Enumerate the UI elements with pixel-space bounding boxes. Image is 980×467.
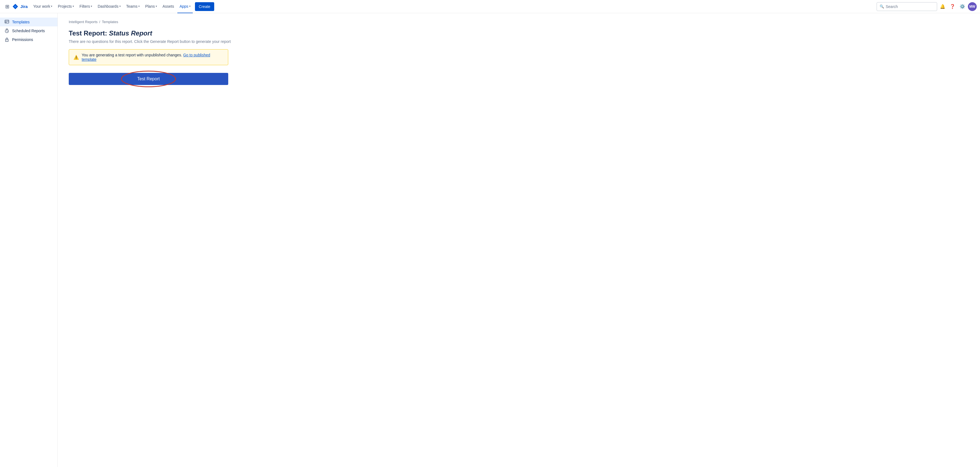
topnav-right-section: 🔍 Search 🔔 ❓ ⚙️ MW bbox=[877, 2, 977, 11]
sidebar-item-permissions[interactable]: Permissions bbox=[0, 35, 57, 44]
breadcrumb-separator: / bbox=[99, 20, 100, 24]
logo-text: Jira bbox=[20, 4, 28, 9]
notifications-button[interactable]: 🔔 bbox=[938, 2, 947, 11]
chevron-down-icon: ▾ bbox=[138, 5, 140, 8]
sidebar-label-permissions: Permissions bbox=[12, 37, 33, 42]
page-subtitle: There are no questions for this report. … bbox=[69, 39, 969, 44]
page-title: Test Report: Status Report bbox=[69, 29, 969, 37]
page-title-italic: Status Report bbox=[109, 29, 152, 37]
search-placeholder: Search bbox=[886, 5, 898, 9]
search-box[interactable]: 🔍 Search bbox=[877, 2, 937, 11]
warning-banner: ⚠️ You are generating a test report with… bbox=[69, 49, 228, 65]
scheduled-icon bbox=[5, 29, 10, 33]
page-title-prefix: Test Report: bbox=[69, 29, 109, 37]
chevron-down-icon: ▾ bbox=[156, 5, 157, 8]
nav-your-work[interactable]: Your work ▾ bbox=[31, 0, 55, 13]
jira-logo[interactable]: Jira bbox=[12, 3, 28, 10]
main-content: Intelligent Reports / Templates Test Rep… bbox=[58, 13, 980, 467]
svg-point-5 bbox=[6, 40, 7, 41]
sidebar: Templates Scheduled Reports Permission bbox=[0, 13, 58, 467]
nav-assets[interactable]: Assets bbox=[160, 0, 176, 13]
template-icon bbox=[5, 20, 10, 24]
chevron-down-icon: ▾ bbox=[91, 5, 92, 8]
test-report-button-wrapper: Test Report bbox=[69, 73, 228, 85]
chevron-down-icon: ▾ bbox=[119, 5, 121, 8]
nav-plans[interactable]: Plans ▾ bbox=[143, 0, 159, 13]
settings-button[interactable]: ⚙️ bbox=[958, 2, 967, 11]
sidebar-label-scheduled: Scheduled Reports bbox=[12, 29, 45, 33]
nav-teams[interactable]: Teams ▾ bbox=[124, 0, 142, 13]
chevron-down-icon: ▾ bbox=[73, 5, 74, 8]
avatar[interactable]: MW bbox=[968, 2, 977, 11]
nav-apps[interactable]: Apps ▾ bbox=[177, 0, 193, 13]
search-icon: 🔍 bbox=[880, 5, 884, 8]
nav-dashboards[interactable]: Dashboards ▾ bbox=[95, 0, 123, 13]
warning-icon: ⚠️ bbox=[73, 55, 79, 60]
nav-filters[interactable]: Filters ▾ bbox=[77, 0, 94, 13]
breadcrumb-templates: Templates bbox=[102, 20, 118, 24]
nav-projects[interactable]: Projects ▾ bbox=[56, 0, 76, 13]
create-button[interactable]: Create bbox=[195, 2, 214, 11]
svg-rect-0 bbox=[5, 20, 9, 23]
breadcrumb-intelligent-reports[interactable]: Intelligent Reports bbox=[69, 20, 98, 24]
sidebar-label-templates: Templates bbox=[12, 20, 30, 24]
chevron-down-icon: ▾ bbox=[189, 5, 191, 8]
chevron-down-icon: ▾ bbox=[51, 5, 52, 8]
help-button[interactable]: ❓ bbox=[948, 2, 957, 11]
grid-menu-icon[interactable]: ⊞ bbox=[3, 3, 11, 10]
page-layout: Templates Scheduled Reports Permission bbox=[0, 13, 980, 467]
test-report-button[interactable]: Test Report bbox=[69, 73, 228, 85]
top-navigation: ⊞ Jira Your work ▾ Projects ▾ Filters ▾ … bbox=[0, 0, 980, 13]
permissions-icon bbox=[5, 37, 10, 42]
sidebar-item-templates[interactable]: Templates bbox=[0, 18, 57, 26]
breadcrumb: Intelligent Reports / Templates bbox=[69, 20, 969, 24]
warning-text: You are generating a test report with un… bbox=[82, 53, 224, 62]
sidebar-item-scheduled-reports[interactable]: Scheduled Reports bbox=[0, 26, 57, 35]
